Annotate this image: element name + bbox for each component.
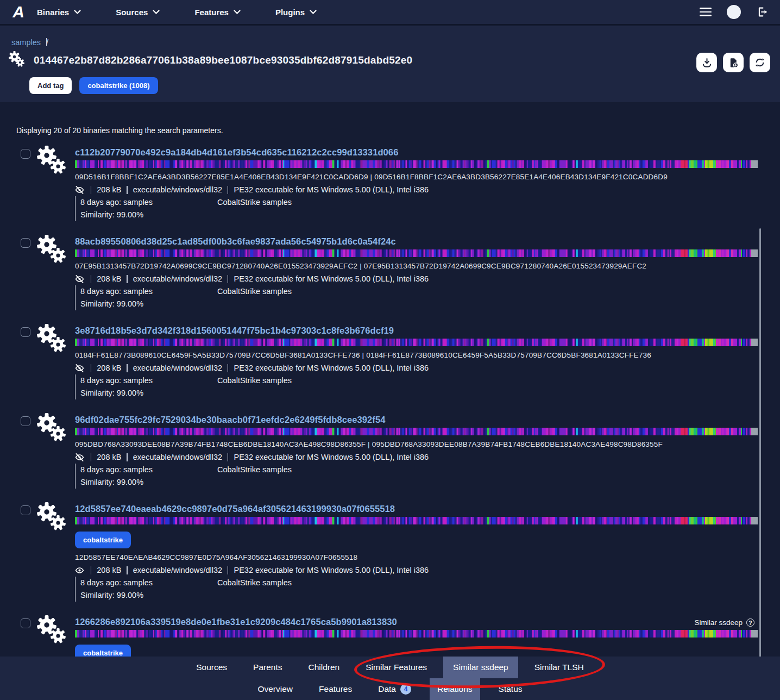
eye-icon (75, 566, 84, 575)
similarity-barcode (75, 160, 758, 168)
source-row: 8 days ago: samples CobaltStrike samples (75, 464, 758, 476)
tab-parents[interactable]: Parents (243, 657, 292, 678)
binary-list-item: 88acb89550806d38d25c1ad85df00b3c6fae9837… (16, 235, 758, 310)
tab-overview[interactable]: Overview (250, 678, 300, 700)
add-tag-button[interactable]: Add tag (29, 77, 72, 94)
nav-menu: Binaries Sources Features Plugins (37, 8, 317, 17)
divider (228, 453, 228, 461)
similarity-row: Similarity: 99.00% (75, 387, 758, 399)
divider (228, 275, 228, 283)
tab-relations[interactable]: Relations (430, 678, 480, 700)
tab-similar-ssdeep[interactable]: Similar ssdeep (443, 657, 518, 678)
file-info-row: 208 kB executable/windows/dll32 PE32 exe… (75, 184, 758, 196)
divider (91, 364, 91, 372)
source-age: 8 days ago: samples (80, 196, 217, 209)
hash-line: 09D516B1F8BBF1C2AE6A3BD3B56227E85E1A4E40… (75, 172, 758, 184)
scrollbar[interactable] (759, 228, 761, 657)
similarity-barcode (75, 249, 758, 257)
similarity-row: Similarity: 99.00% (75, 476, 758, 489)
eye-off-icon (75, 453, 84, 462)
file-size: 208 kB (97, 451, 121, 464)
source-row: 8 days ago: samples CobaltStrike samples (75, 196, 758, 209)
source-note: CobaltStrike samples (217, 464, 292, 476)
avatar[interactable] (727, 5, 741, 19)
similarity-barcode (75, 630, 758, 638)
binary-gears-icon (37, 413, 72, 445)
binary-list: c112b20779070e492c9a184db4d161ef3b54cd63… (16, 146, 758, 657)
file-type: executable/windows/dll32 (133, 273, 222, 285)
divider (127, 186, 127, 194)
file-type: executable/windows/dll32 (133, 564, 222, 577)
similarity-row: Similarity: 99.00% (75, 589, 758, 602)
chevron-down-icon (310, 10, 317, 14)
divider (127, 566, 127, 574)
file-type: executable/windows/dll32 (133, 451, 222, 464)
tab-status[interactable]: Status (491, 678, 530, 700)
select-checkbox[interactable] (21, 505, 30, 515)
tab-label: Children (309, 662, 340, 672)
file-magic: PE32 executable for MS Windows 5.00 (DLL… (234, 362, 429, 374)
similar-ssdeep-label: Similar ssdeep (694, 618, 743, 627)
main-tabs: Overview Features Data4 Relations Status (0, 678, 780, 700)
report-button[interactable] (723, 53, 744, 72)
download-button[interactable] (696, 53, 717, 72)
select-checkbox[interactable] (21, 416, 30, 426)
nav-menu-label: Sources (116, 8, 148, 17)
tab-data[interactable]: Data4 (370, 678, 419, 700)
help-icon[interactable]: ? (746, 618, 754, 627)
binary-link[interactable]: 12d5857ee740eaeab4629cc9897e0d75a964af30… (75, 502, 758, 515)
binary-link[interactable]: 96df02dae755fc29fc7529034be30baacb0f71ee… (75, 413, 758, 426)
binary-list-item: 1266286e892106a339519e8de0e1fbe31e1c9209… (16, 615, 758, 657)
binary-list-item: 12d5857ee740eaeab4629cc9897e0d75a964af30… (16, 502, 758, 602)
logout-icon[interactable] (756, 6, 768, 18)
file-magic: PE32 executable for MS Windows 5.00 (DLL… (234, 564, 429, 577)
nav-menu-plugins[interactable]: Plugins (275, 8, 317, 17)
tab-label: Relations (437, 684, 473, 694)
binary-link[interactable]: 88acb89550806d38d25c1ad85df00b3c6fae9837… (75, 235, 758, 248)
menu-icon[interactable] (700, 5, 712, 19)
tag-cobaltstrike-button[interactable]: cobaltstrike (1008) (79, 77, 158, 94)
binary-list-item: 96df02dae755fc29fc7529034be30baacb0f71ee… (16, 413, 758, 489)
tag-cobaltstrike-button[interactable]: cobaltstrike (75, 532, 131, 548)
tab-label: Status (499, 684, 523, 694)
hash-line: 12D5857EE740EAEAB4629CC9897E0D75A964AF30… (75, 553, 758, 564)
nav-menu-binaries[interactable]: Binaries (37, 8, 81, 17)
tab-label: Similar TLSH (534, 662, 584, 672)
divider (91, 186, 91, 194)
binary-header: samples/ 014467e2b87d82b286a77061b38a89b… (0, 26, 780, 102)
results-area: Displaying 20 of 20 binaries matching th… (0, 102, 780, 657)
binary-link[interactable]: c112b20779070e492c9a184db4d161ef3b54cd63… (75, 146, 758, 159)
tab-similar-tlsh[interactable]: Similar TLSH (525, 657, 594, 678)
select-checkbox[interactable] (21, 327, 30, 337)
nav-menu-features[interactable]: Features (194, 8, 241, 17)
tag-cobaltstrike-button[interactable]: cobaltstrike (75, 645, 131, 657)
divider (127, 364, 127, 372)
source-note: CobaltStrike samples (217, 196, 292, 209)
tab-children[interactable]: Children (299, 657, 350, 678)
binary-link[interactable]: 3e8716d18b5e3d7d342f318d1560051447f75bc1… (75, 324, 758, 337)
breadcrumb: samples/ (11, 38, 780, 47)
file-size: 208 kB (97, 564, 121, 577)
data-count-badge: 4 (400, 684, 411, 695)
nav-menu-sources[interactable]: Sources (116, 8, 160, 17)
tab-similar-features[interactable]: Similar Features (356, 657, 437, 678)
divider (91, 566, 91, 574)
select-checkbox[interactable] (21, 238, 30, 248)
chevron-down-icon (74, 10, 81, 14)
divider (228, 186, 228, 194)
eye-off-icon (75, 274, 84, 284)
source-note: CobaltStrike samples (217, 285, 292, 298)
file-info-row: 208 kB executable/windows/dll32 PE32 exe… (75, 564, 758, 577)
tab-features[interactable]: Features (311, 678, 360, 700)
select-checkbox[interactable] (21, 618, 30, 628)
binary-link[interactable]: 1266286e892106a339519e8de0e1fbe31e1c9209… (75, 615, 758, 628)
similar-ssdeep-tooltip: Similar ssdeep ? (694, 618, 754, 627)
tab-sources[interactable]: Sources (186, 657, 237, 678)
refresh-button[interactable] (750, 53, 770, 72)
divider (228, 566, 228, 574)
breadcrumb-samples-link[interactable]: samples (11, 38, 41, 47)
app-logo[interactable]: A (5, 3, 30, 21)
top-navbar: A Binaries Sources Features Plugins (0, 0, 780, 25)
select-checkbox[interactable] (21, 149, 30, 159)
download-icon (701, 57, 713, 68)
